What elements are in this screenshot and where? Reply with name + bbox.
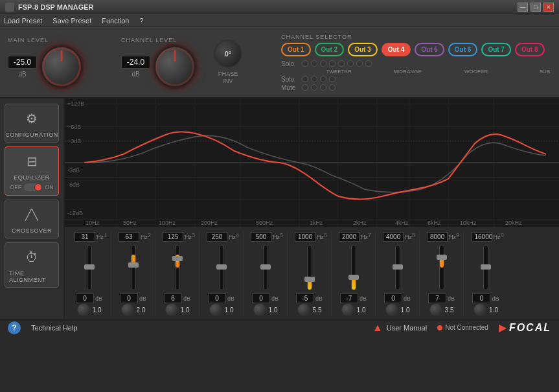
band-10-fader-track[interactable] <box>483 245 488 290</box>
band-9-q-knob[interactable] <box>429 303 442 316</box>
band-3-q-knob[interactable] <box>165 303 178 316</box>
band-2-freq[interactable]: 63 <box>119 232 139 242</box>
user-manual-text[interactable]: User Manual <box>387 324 427 332</box>
out-btn-3[interactable]: Out 3 <box>348 43 378 56</box>
mute-led-3[interactable] <box>320 84 326 91</box>
menu-help[interactable]: ? <box>139 17 143 25</box>
band-7-handle[interactable] <box>348 275 359 280</box>
band-5-fader-track[interactable] <box>263 245 268 290</box>
band-8-handle[interactable] <box>393 264 403 270</box>
band-7-gain[interactable]: -7 <box>340 294 358 303</box>
solo-led-4[interactable] <box>329 60 336 67</box>
band-2-gain[interactable]: 0 <box>120 294 138 303</box>
solo-led-5[interactable] <box>338 60 345 67</box>
solo-led-b-2[interactable] <box>311 76 317 82</box>
out-btn-5[interactable]: Out 5 <box>415 43 444 56</box>
out-btn-8[interactable]: Out 8 <box>515 43 545 56</box>
help-button[interactable]: ? <box>8 321 21 334</box>
band-9-freq[interactable]: 8000 <box>427 232 448 242</box>
band-4-q-knob[interactable] <box>209 303 222 316</box>
menu-function[interactable]: Function <box>102 17 129 25</box>
menu-load-preset[interactable]: Load Preset <box>4 17 42 25</box>
band-3-q-row: 1.0 <box>165 303 190 316</box>
band-4-gain-row: 0 dB <box>208 294 234 303</box>
band-5-handle[interactable] <box>260 264 271 270</box>
solo-led-6[interactable] <box>347 60 354 67</box>
solo-led-8[interactable] <box>365 60 372 67</box>
solo-led-7[interactable] <box>356 60 363 67</box>
solo-led-2[interactable] <box>311 60 317 67</box>
band-1-handle[interactable] <box>84 264 95 270</box>
eq-off-label: OFF <box>10 184 21 190</box>
mute-led-4[interactable] <box>329 84 336 91</box>
band-3-gain[interactable]: 6 <box>164 294 182 303</box>
band-9-gain[interactable]: 7 <box>428 294 446 303</box>
channel-level-knob[interactable] <box>154 46 196 87</box>
solo-led-b-1[interactable] <box>302 76 308 82</box>
band-7-fader-track[interactable] <box>351 245 356 290</box>
out-btn-7[interactable]: Out 7 <box>481 43 511 56</box>
band-2-q-knob[interactable] <box>121 303 134 316</box>
band-8-q-knob[interactable] <box>385 303 398 316</box>
eq-toggle[interactable] <box>24 183 42 191</box>
out-btn-2[interactable]: Out 2 <box>315 43 345 56</box>
main-level-knob[interactable] <box>41 46 82 87</box>
main-level-value[interactable]: -25.0 <box>8 56 37 69</box>
band-5-freq[interactable]: 500 <box>251 232 271 242</box>
band-5-gain[interactable]: 0 <box>252 294 270 303</box>
sidebar-item-time-alignment[interactable]: ⏱ TIME ALIGNMENT <box>5 242 59 288</box>
solo-led-b-4[interactable] <box>329 76 336 82</box>
band-1-fader-track[interactable] <box>87 245 92 290</box>
solo-led-b-3[interactable] <box>320 76 326 82</box>
band-10-handle[interactable] <box>481 264 491 270</box>
out-btn-6[interactable]: Out 6 <box>448 43 478 56</box>
mute-led-1[interactable] <box>302 84 308 91</box>
channel-level-value[interactable]: -24.0 <box>121 56 150 69</box>
band-6-handle[interactable] <box>304 277 315 282</box>
sidebar-item-configuration[interactable]: ⚙ CONFIGURATION <box>5 104 59 143</box>
band-2-fader-track[interactable] <box>131 245 136 290</box>
close-button[interactable]: ✕ <box>543 3 554 12</box>
mute-led-2[interactable] <box>311 84 317 91</box>
eq-curve <box>65 98 559 227</box>
phase-label: PHASEINV <box>218 71 238 85</box>
band-1-freq[interactable]: 31 <box>74 232 95 242</box>
maximize-button[interactable]: □ <box>530 3 541 12</box>
band-4-freq[interactable]: 250 <box>207 232 227 242</box>
band-1-q-knob[interactable] <box>77 303 90 316</box>
band-7-freq[interactable]: 2000 <box>339 232 359 242</box>
band-10-gain[interactable]: 0 <box>472 294 490 303</box>
band-7-q-knob[interactable] <box>341 303 354 316</box>
band-6-gain[interactable]: -5 <box>296 294 314 303</box>
band-9-handle[interactable] <box>437 255 447 260</box>
solo-led-1[interactable] <box>302 60 308 67</box>
menu-save-preset[interactable]: Save Preset <box>52 17 91 25</box>
band-2-handle[interactable] <box>128 262 139 268</box>
band-3-fader-track[interactable] <box>175 245 180 290</box>
band-6-q-knob[interactable] <box>297 303 310 316</box>
band-4-handle[interactable] <box>216 264 227 270</box>
band-6-freq[interactable]: 1000 <box>295 232 315 242</box>
band-4-gain[interactable]: 0 <box>208 294 226 303</box>
band-9-fader-track[interactable] <box>439 245 444 290</box>
band-8-freq[interactable]: 4000 <box>383 232 404 242</box>
band-5-q-knob[interactable] <box>253 303 266 316</box>
focal-logo-icon: ▶ <box>499 321 507 334</box>
band-6-fader-track[interactable] <box>307 245 312 290</box>
minimize-button[interactable]: — <box>518 3 528 12</box>
out-btn-1[interactable]: Out 1 <box>281 43 311 56</box>
out-btn-4[interactable]: Out 4 <box>382 43 411 56</box>
band-8-fader-track[interactable] <box>395 245 400 290</box>
band-8-gain[interactable]: 0 <box>384 294 402 303</box>
band-3-handle[interactable] <box>172 256 183 261</box>
sidebar-item-equalizer[interactable]: ⊟ EQUALIZER OFF ON <box>5 146 59 196</box>
solo-led-3[interactable] <box>320 60 326 67</box>
band-1-gain[interactable]: 0 <box>76 294 94 303</box>
band-10-freq[interactable]: 16000 <box>472 232 492 242</box>
band-3-freq[interactable]: 125 <box>163 232 183 242</box>
band-10-q-knob[interactable] <box>473 303 486 316</box>
band-4-fader-track[interactable] <box>219 245 224 290</box>
band-4-q-row: 1.0 <box>209 303 234 316</box>
sidebar-item-crossover[interactable]: ╱╲ CROSSOVER <box>5 200 59 238</box>
eq-band-4: 4 250 Hz 0 dB 1.0 <box>200 232 244 316</box>
